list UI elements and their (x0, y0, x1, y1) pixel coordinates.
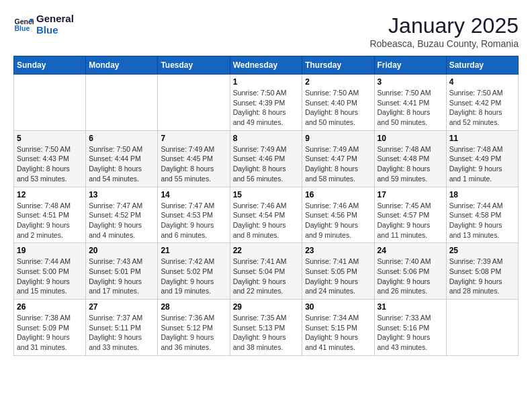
calendar-cell: 4Sunrise: 7:50 AMSunset: 4:42 PMDaylight… (446, 75, 518, 131)
weekday-header: Wednesday (230, 56, 302, 75)
calendar-cell: 10Sunrise: 7:48 AMSunset: 4:48 PMDayligh… (374, 130, 446, 187)
calendar-cell: 29Sunrise: 7:35 AMSunset: 5:13 PMDayligh… (230, 300, 302, 356)
calendar-week-row: 5Sunrise: 7:50 AMSunset: 4:43 PMDaylight… (14, 130, 519, 187)
day-info: Sunrise: 7:40 AMSunset: 5:06 PMDaylight:… (378, 257, 443, 296)
calendar-cell: 16Sunrise: 7:46 AMSunset: 4:56 PMDayligh… (302, 187, 374, 243)
day-number: 13 (89, 190, 154, 199)
calendar-cell (158, 75, 230, 131)
logo-icon: General Blue (13, 15, 34, 35)
day-number: 18 (449, 190, 515, 199)
logo: General Blue General Blue (13, 13, 74, 36)
day-number: 29 (233, 302, 300, 312)
calendar-cell: 2Sunrise: 7:50 AMSunset: 4:40 PMDaylight… (302, 75, 374, 131)
calendar-cell: 26Sunrise: 7:38 AMSunset: 5:09 PMDayligh… (14, 300, 86, 356)
calendar-cell: 15Sunrise: 7:46 AMSunset: 4:54 PMDayligh… (230, 187, 302, 243)
month-title: January 2025 (369, 13, 519, 38)
day-info: Sunrise: 7:49 AMSunset: 4:45 PMDaylight:… (161, 144, 226, 184)
day-number: 17 (378, 190, 443, 199)
day-number: 1 (233, 77, 300, 87)
logo-line2: Blue (36, 25, 74, 36)
calendar-cell: 12Sunrise: 7:48 AMSunset: 4:51 PMDayligh… (14, 187, 86, 243)
day-number: 2 (305, 77, 371, 87)
calendar-table: SundayMondayTuesdayWednesdayThursdayFrid… (13, 56, 519, 356)
weekday-header: Friday (374, 56, 446, 75)
day-info: Sunrise: 7:49 AMSunset: 4:47 PMDaylight:… (305, 144, 371, 184)
day-number: 9 (305, 134, 371, 143)
day-number: 4 (449, 77, 515, 87)
day-info: Sunrise: 7:38 AMSunset: 5:09 PMDaylight:… (17, 313, 83, 353)
day-info: Sunrise: 7:44 AMSunset: 4:58 PMDaylight:… (449, 201, 515, 240)
day-info: Sunrise: 7:50 AMSunset: 4:41 PMDaylight:… (378, 88, 443, 128)
calendar-week-row: 26Sunrise: 7:38 AMSunset: 5:09 PMDayligh… (14, 300, 519, 356)
calendar-cell: 9Sunrise: 7:49 AMSunset: 4:47 PMDaylight… (302, 130, 374, 187)
calendar-cell: 24Sunrise: 7:40 AMSunset: 5:06 PMDayligh… (374, 243, 446, 300)
day-info: Sunrise: 7:49 AMSunset: 4:46 PMDaylight:… (233, 144, 300, 184)
day-info: Sunrise: 7:45 AMSunset: 4:57 PMDaylight:… (378, 201, 443, 240)
day-info: Sunrise: 7:48 AMSunset: 4:48 PMDaylight:… (378, 144, 443, 184)
calendar-cell: 1Sunrise: 7:50 AMSunset: 4:39 PMDaylight… (230, 75, 302, 131)
day-number: 25 (449, 246, 515, 255)
day-number: 14 (161, 190, 226, 199)
calendar-cell: 19Sunrise: 7:44 AMSunset: 5:00 PMDayligh… (14, 243, 86, 300)
calendar-week-row: 19Sunrise: 7:44 AMSunset: 5:00 PMDayligh… (14, 243, 519, 300)
day-info: Sunrise: 7:39 AMSunset: 5:08 PMDaylight:… (449, 257, 515, 296)
day-info: Sunrise: 7:50 AMSunset: 4:44 PMDaylight:… (89, 144, 154, 184)
weekday-header-row: SundayMondayTuesdayWednesdayThursdayFrid… (14, 56, 519, 75)
day-info: Sunrise: 7:50 AMSunset: 4:43 PMDaylight:… (17, 144, 83, 184)
day-info: Sunrise: 7:50 AMSunset: 4:40 PMDaylight:… (305, 88, 371, 128)
calendar-cell: 8Sunrise: 7:49 AMSunset: 4:46 PMDaylight… (230, 130, 302, 187)
day-number: 11 (449, 134, 515, 143)
day-number: 16 (305, 190, 371, 199)
weekday-header: Thursday (302, 56, 374, 75)
day-number: 10 (378, 134, 443, 143)
day-info: Sunrise: 7:50 AMSunset: 4:39 PMDaylight:… (233, 88, 300, 128)
calendar-cell (446, 300, 518, 356)
calendar-week-row: 12Sunrise: 7:48 AMSunset: 4:51 PMDayligh… (14, 187, 519, 243)
day-number: 5 (17, 134, 83, 143)
day-number: 22 (233, 246, 300, 255)
day-info: Sunrise: 7:46 AMSunset: 4:54 PMDaylight:… (233, 201, 300, 240)
day-info: Sunrise: 7:36 AMSunset: 5:12 PMDaylight:… (161, 313, 226, 353)
location-subtitle: Robeasca, Buzau County, Romania (369, 38, 519, 49)
calendar-cell: 17Sunrise: 7:45 AMSunset: 4:57 PMDayligh… (374, 187, 446, 243)
day-number: 31 (378, 302, 443, 312)
day-info: Sunrise: 7:35 AMSunset: 5:13 PMDaylight:… (233, 313, 300, 353)
weekday-header: Sunday (14, 56, 86, 75)
day-info: Sunrise: 7:48 AMSunset: 4:49 PMDaylight:… (449, 144, 515, 184)
day-number: 7 (161, 134, 226, 143)
calendar-cell: 22Sunrise: 7:41 AMSunset: 5:04 PMDayligh… (230, 243, 302, 300)
day-number: 15 (233, 190, 300, 199)
day-number: 3 (378, 77, 443, 87)
calendar-cell: 23Sunrise: 7:41 AMSunset: 5:05 PMDayligh… (302, 243, 374, 300)
day-info: Sunrise: 7:37 AMSunset: 5:11 PMDaylight:… (89, 313, 154, 353)
calendar-cell (86, 75, 158, 131)
day-info: Sunrise: 7:33 AMSunset: 5:16 PMDaylight:… (378, 313, 443, 353)
day-info: Sunrise: 7:41 AMSunset: 5:05 PMDaylight:… (305, 257, 371, 296)
day-number: 21 (161, 246, 226, 255)
day-info: Sunrise: 7:44 AMSunset: 5:00 PMDaylight:… (17, 257, 83, 296)
calendar-cell: 28Sunrise: 7:36 AMSunset: 5:12 PMDayligh… (158, 300, 230, 356)
page-header: General Blue General Blue January 2025 R… (13, 13, 519, 49)
calendar-cell: 3Sunrise: 7:50 AMSunset: 4:41 PMDaylight… (374, 75, 446, 131)
day-number: 30 (305, 302, 371, 312)
day-number: 23 (305, 246, 371, 255)
day-info: Sunrise: 7:50 AMSunset: 4:42 PMDaylight:… (449, 88, 515, 128)
weekday-header: Saturday (446, 56, 518, 75)
day-info: Sunrise: 7:46 AMSunset: 4:56 PMDaylight:… (305, 201, 371, 240)
calendar-cell: 14Sunrise: 7:47 AMSunset: 4:53 PMDayligh… (158, 187, 230, 243)
calendar-cell (14, 75, 86, 131)
calendar-cell: 5Sunrise: 7:50 AMSunset: 4:43 PMDaylight… (14, 130, 86, 187)
weekday-header: Monday (86, 56, 158, 75)
day-number: 26 (17, 302, 83, 312)
calendar-cell: 25Sunrise: 7:39 AMSunset: 5:08 PMDayligh… (446, 243, 518, 300)
day-number: 12 (17, 190, 83, 199)
day-number: 24 (378, 246, 443, 255)
day-number: 8 (233, 134, 300, 143)
day-number: 19 (17, 246, 83, 255)
calendar-week-row: 1Sunrise: 7:50 AMSunset: 4:39 PMDaylight… (14, 75, 519, 131)
title-block: January 2025 Robeasca, Buzau County, Rom… (369, 13, 519, 49)
svg-text:Blue: Blue (15, 24, 30, 32)
day-number: 27 (89, 302, 154, 312)
calendar-cell: 20Sunrise: 7:43 AMSunset: 5:01 PMDayligh… (86, 243, 158, 300)
day-info: Sunrise: 7:42 AMSunset: 5:02 PMDaylight:… (161, 257, 226, 296)
